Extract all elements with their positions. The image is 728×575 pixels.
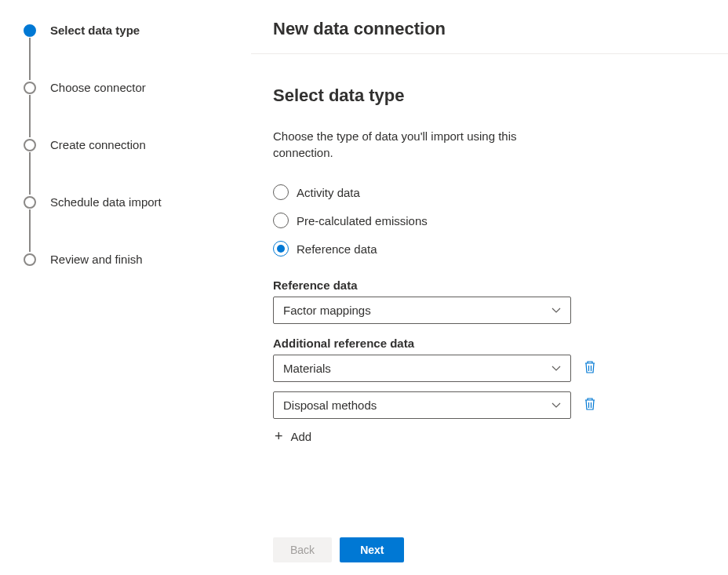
radio-reference-data[interactable]: Reference data xyxy=(273,241,706,257)
step-label: Create connection xyxy=(50,138,146,151)
step-marker-icon xyxy=(24,139,36,151)
back-button[interactable]: Back xyxy=(273,537,332,562)
additional-reference-dropdown[interactable]: Disposal methods xyxy=(273,391,571,419)
add-reference-button[interactable]: + Add xyxy=(273,428,610,445)
radio-label: Pre-calculated emissions xyxy=(297,214,428,227)
dropdown-value: Factor mappings xyxy=(283,304,371,317)
delete-button[interactable] xyxy=(582,361,598,377)
step-connector xyxy=(29,95,31,137)
trash-icon xyxy=(584,397,596,413)
radio-label: Reference data xyxy=(297,242,377,256)
step-create-connection[interactable]: Create connection xyxy=(24,138,235,195)
main-body: Select data type Choose the type of data… xyxy=(251,54,728,525)
step-review-finish[interactable]: Review and finish xyxy=(24,253,235,266)
step-label: Schedule data import xyxy=(50,195,162,209)
radio-activity-data[interactable]: Activity data xyxy=(273,184,706,200)
plus-icon: + xyxy=(275,428,283,445)
radio-precalculated-emissions[interactable]: Pre-calculated emissions xyxy=(273,213,706,228)
chevron-down-icon xyxy=(551,366,561,372)
step-label: Select data type xyxy=(50,24,140,37)
page-title: Select data type xyxy=(273,86,706,106)
additional-reference-dropdown[interactable]: Materials xyxy=(273,355,571,382)
dropdown-value: Materials xyxy=(283,362,331,375)
reference-data-section: Reference data Factor mappings xyxy=(273,278,610,324)
chevron-down-icon xyxy=(551,308,561,314)
footer: Back Next xyxy=(251,525,728,575)
step-marker-icon xyxy=(24,196,36,209)
add-label: Add xyxy=(291,430,312,443)
chevron-down-icon xyxy=(551,402,561,409)
step-schedule-import[interactable]: Schedule data import xyxy=(24,195,235,253)
reference-data-label: Reference data xyxy=(273,278,610,292)
data-type-radio-group: Activity data Pre-calculated emissions R… xyxy=(273,184,706,257)
step-marker-icon xyxy=(24,253,36,266)
step-marker-icon xyxy=(24,24,36,37)
header-title: New data connection xyxy=(273,19,706,39)
radio-icon xyxy=(273,241,289,257)
main-panel: New data connection Select data type Cho… xyxy=(251,0,728,575)
step-select-data-type[interactable]: Select data type xyxy=(24,24,235,81)
main-header: New data connection xyxy=(251,0,728,54)
radio-label: Activity data xyxy=(297,186,360,199)
radio-icon xyxy=(273,213,289,228)
delete-button[interactable] xyxy=(582,398,598,413)
wizard-sidebar: Select data type Choose connector Create… xyxy=(0,0,251,575)
additional-reference-section: Additional reference data Materials xyxy=(273,337,610,445)
step-choose-connector[interactable]: Choose connector xyxy=(24,81,235,138)
step-connector xyxy=(29,38,31,80)
reference-data-dropdown[interactable]: Factor mappings xyxy=(273,297,571,324)
additional-reference-label: Additional reference data xyxy=(273,337,610,350)
next-button[interactable]: Next xyxy=(340,537,404,562)
step-marker-icon xyxy=(24,82,36,94)
page-description: Choose the type of data you'll import us… xyxy=(273,128,555,161)
dropdown-value: Disposal methods xyxy=(283,398,377,412)
step-connector xyxy=(29,152,31,195)
step-connector xyxy=(29,209,31,252)
step-list: Select data type Choose connector Create… xyxy=(24,24,235,266)
step-label: Review and finish xyxy=(50,253,143,266)
trash-icon xyxy=(584,360,596,377)
step-label: Choose connector xyxy=(50,81,146,94)
radio-icon xyxy=(273,184,289,200)
